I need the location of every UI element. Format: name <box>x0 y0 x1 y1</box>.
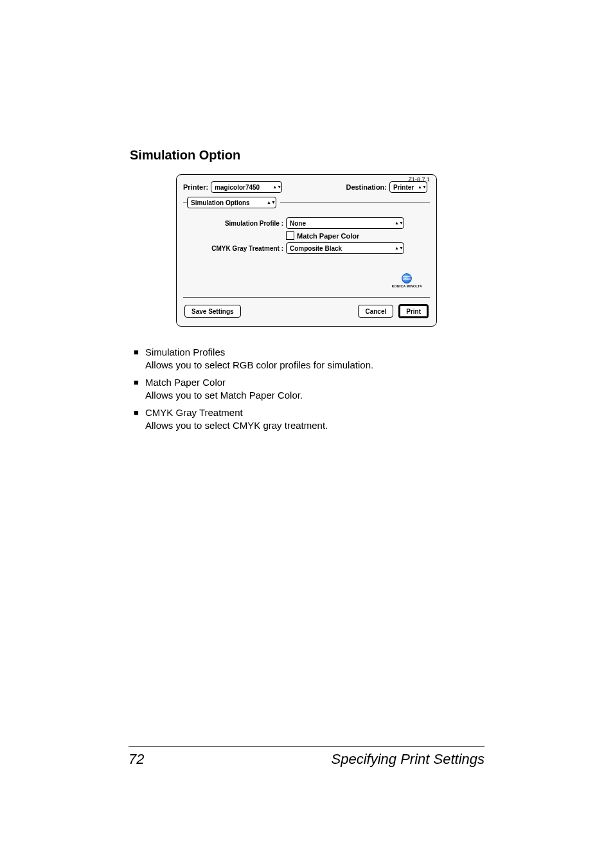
updown-icon: ▲▼ <box>396 222 402 224</box>
printer-value: magicolor7450 <box>215 184 260 191</box>
dialog-buttons: Save Settings Cancel Print <box>183 304 430 320</box>
dialog-divider <box>183 297 430 298</box>
top-row: Printer: magicolor7450 ▲▼ Destination: P… <box>183 181 430 193</box>
globe-icon <box>402 273 412 284</box>
item-label: CMYK Gray Treatment <box>145 406 328 419</box>
updown-icon: ▲▼ <box>268 201 274 204</box>
list-item: ■ CMYK Gray Treatment Allows you to sele… <box>134 406 484 431</box>
save-settings-button[interactable]: Save Settings <box>184 305 241 318</box>
panel-section-value: Simulation Options <box>191 199 250 206</box>
destination-select[interactable]: Printer ▲▼ <box>389 181 427 193</box>
print-button[interactable]: Print <box>398 304 429 318</box>
dialog-figure: Z1-8.7.1 Printer: magicolor7450 ▲▼ Desti… <box>129 174 484 327</box>
bullet-icon: ■ <box>134 346 145 371</box>
cancel-button[interactable]: Cancel <box>358 305 393 318</box>
printer-select[interactable]: magicolor7450 ▲▼ <box>211 181 282 193</box>
document-page: Simulation Option Z1-8.7.1 Printer: magi… <box>0 0 613 868</box>
item-label: Simulation Profiles <box>145 346 373 359</box>
item-desc: Allows you to select RGB color profiles … <box>145 359 373 372</box>
logo-text: KONICA MINOLTA <box>392 284 422 288</box>
simulation-options-panel: Simulation Profile : None ▲▼ Match Paper… <box>183 213 430 292</box>
version-label: Z1-8.7.1 <box>408 176 430 183</box>
print-dialog: Z1-8.7.1 Printer: magicolor7450 ▲▼ Desti… <box>176 174 437 327</box>
list-item: ■ Match Paper Color Allows you to set Ma… <box>134 376 484 401</box>
description-list: ■ Simulation Profiles Allows you to sele… <box>129 346 484 431</box>
item-label: Match Paper Color <box>145 376 303 389</box>
section-separator: Simulation Options ▲▼ <box>183 197 430 208</box>
footer-title: Specifying Print Settings <box>332 751 484 768</box>
panel-section-select[interactable]: Simulation Options ▲▼ <box>187 197 276 208</box>
destination-value: Printer <box>393 184 414 191</box>
printer-label: Printer: <box>183 183 208 191</box>
updown-icon: ▲▼ <box>396 247 402 249</box>
cmyk-value: Composite Black <box>290 245 342 252</box>
section-title: Simulation Option <box>130 148 484 163</box>
cmyk-select[interactable]: Composite Black ▲▼ <box>286 242 404 254</box>
bullet-icon: ■ <box>134 406 145 431</box>
destination-label: Destination: <box>346 183 387 191</box>
updown-icon: ▲▼ <box>419 186 425 188</box>
sim-profile-label: Simulation Profile : <box>187 220 283 227</box>
match-paper-label: Match Paper Color <box>297 232 359 240</box>
item-desc: Allows you to select CMYK gray treatment… <box>145 419 328 432</box>
page-number: 72 <box>129 751 144 768</box>
list-item: ■ Simulation Profiles Allows you to sele… <box>134 346 484 371</box>
page-footer: 72 Specifying Print Settings <box>129 746 484 768</box>
item-desc: Allows you to set Match Paper Color. <box>145 389 303 402</box>
sim-profile-select[interactable]: None ▲▼ <box>286 217 404 229</box>
konica-minolta-logo: KONICA MINOLTA <box>392 273 422 288</box>
sim-profile-value: None <box>290 220 306 227</box>
bullet-icon: ■ <box>134 376 145 401</box>
cmyk-label: CMYK Gray Treatment : <box>187 245 283 252</box>
match-paper-checkbox[interactable] <box>286 231 294 240</box>
updown-icon: ▲▼ <box>274 186 280 188</box>
